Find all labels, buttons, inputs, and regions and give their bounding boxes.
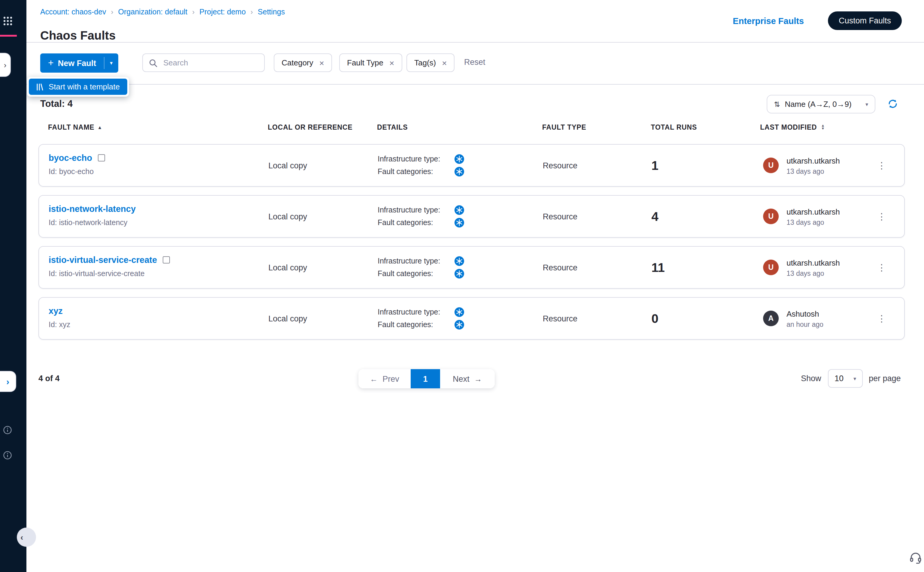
custom-faults-button[interactable]: Custom Faults bbox=[828, 11, 902, 30]
arrow-left-icon: ← bbox=[370, 374, 378, 383]
refresh-button[interactable] bbox=[887, 98, 898, 109]
close-icon[interactable]: × bbox=[442, 59, 447, 67]
modified-info: utkarsh.utkarsh 13 days ago bbox=[787, 207, 840, 226]
avatar: A bbox=[763, 311, 779, 326]
show-label: Show bbox=[801, 374, 821, 383]
sort-dropdown[interactable]: ⇅ Name (A→Z, 0→9) ▾ bbox=[767, 95, 875, 113]
fault-categories-label: Fault categories: bbox=[378, 320, 433, 329]
sidebar-collapse-handle[interactable]: ‹ bbox=[17, 528, 36, 547]
row-menu-button[interactable]: ⋮ bbox=[877, 262, 886, 273]
chevron-right-icon: › bbox=[192, 8, 194, 16]
filter-label: Category bbox=[282, 58, 313, 67]
menu-item-label: Start with a template bbox=[49, 82, 120, 91]
last-modified-cell: U utkarsh.utkarsh 13 days ago bbox=[763, 207, 840, 226]
page-header: Account: chaos-dev › Organization: defau… bbox=[26, 0, 924, 43]
modified-info: Ashutosh an hour ago bbox=[787, 309, 823, 328]
column-last-modified[interactable]: LAST MODIFIED ▲▼ bbox=[760, 124, 825, 131]
experiment-badge-icon bbox=[98, 154, 105, 162]
sort-label: Name (A→Z, 0→9) bbox=[785, 99, 861, 109]
column-details: DETAILS bbox=[377, 124, 408, 131]
new-fault-dropdown-toggle[interactable]: ▾ bbox=[104, 53, 118, 73]
total-runs-value: 4 bbox=[652, 209, 658, 224]
fault-name-link[interactable]: byoc-echo bbox=[49, 153, 92, 163]
table-row: istio-network-latency Id: istio-network-… bbox=[39, 195, 905, 238]
chevron-down-icon: ▾ bbox=[854, 375, 856, 381]
support-button[interactable] bbox=[909, 551, 922, 564]
column-label: LAST MODIFIED bbox=[760, 124, 817, 131]
chevron-right-icon: › bbox=[111, 8, 114, 16]
local-or-reference-value: Local copy bbox=[268, 263, 307, 272]
table-row: xyz Id: xyz Local copy Infrastructure ty… bbox=[39, 297, 905, 340]
prev-label: Prev bbox=[383, 374, 399, 383]
modified-info: utkarsh.utkarsh 13 days ago bbox=[787, 156, 840, 175]
fault-type-value: Resource bbox=[543, 263, 577, 272]
enterprise-faults-link[interactable]: Enterprise Faults bbox=[733, 16, 804, 26]
modified-time: 13 days ago bbox=[787, 269, 840, 277]
page-title: Chaos Faults bbox=[40, 29, 115, 43]
refresh-icon bbox=[887, 98, 898, 109]
filter-label: Fault Type bbox=[347, 58, 383, 67]
local-or-reference-value: Local copy bbox=[268, 314, 307, 323]
column-fault-name[interactable]: FAULT NAME ▲ bbox=[48, 124, 103, 131]
new-fault-button[interactable]: + New Fault bbox=[40, 53, 104, 73]
page-1-button[interactable]: 1 bbox=[411, 369, 440, 389]
help-button[interactable] bbox=[2, 425, 12, 435]
table-row: byoc-echo Id: byoc-echo Local copy Infra… bbox=[39, 144, 905, 187]
modified-time: 13 days ago bbox=[787, 168, 840, 175]
details-cell: Infrastructure type: Fault categories: bbox=[378, 204, 510, 228]
next-page-button[interactable]: Next → bbox=[440, 369, 495, 389]
column-label: DETAILS bbox=[377, 124, 408, 131]
fault-type-value: Resource bbox=[543, 212, 577, 221]
sidebar-expand-button-lower[interactable]: › bbox=[0, 371, 16, 392]
fault-name-link[interactable]: xyz bbox=[49, 306, 63, 316]
details-cell: Infrastructure type: Fault categories: bbox=[378, 255, 510, 280]
close-icon[interactable]: × bbox=[389, 59, 394, 67]
column-local-or-reference: LOCAL OR REFERENCE bbox=[268, 124, 352, 131]
search-input[interactable] bbox=[162, 58, 258, 68]
row-menu-button[interactable]: ⋮ bbox=[877, 160, 886, 171]
local-or-reference-value: Local copy bbox=[268, 161, 307, 170]
kubernetes-icon bbox=[454, 307, 464, 317]
column-fault-type: FAULT TYPE bbox=[542, 124, 586, 131]
modified-time: 13 days ago bbox=[787, 219, 840, 226]
breadcrumb-account-link[interactable]: Account: chaos-dev bbox=[40, 8, 106, 16]
nav-sidebar: › › bbox=[0, 0, 26, 572]
experiment-badge-icon bbox=[162, 256, 170, 264]
start-with-template-menu-item[interactable]: Start with a template bbox=[29, 79, 127, 95]
chevron-down-icon: ▾ bbox=[865, 101, 868, 107]
row-menu-button[interactable]: ⋮ bbox=[877, 313, 886, 324]
column-label: LOCAL OR REFERENCE bbox=[268, 124, 352, 131]
fault-type-value: Resource bbox=[543, 314, 577, 323]
fault-name-link[interactable]: istio-network-latency bbox=[49, 204, 136, 214]
toolbar: + New Fault ▾ Category × Fault Type bbox=[26, 43, 924, 85]
sort-ascending-icon: ▲ bbox=[98, 124, 103, 130]
about-button[interactable] bbox=[2, 450, 12, 460]
sort-both-icon: ▲▼ bbox=[821, 124, 825, 131]
column-total-runs: TOTAL RUNS bbox=[651, 124, 697, 131]
close-icon[interactable]: × bbox=[319, 59, 324, 67]
per-page-select[interactable]: 10 ▾ bbox=[828, 369, 863, 388]
breadcrumb-settings-link[interactable]: Settings bbox=[258, 8, 285, 16]
sidebar-expand-button[interactable]: › bbox=[0, 53, 11, 77]
kubernetes-icon bbox=[454, 166, 464, 176]
fault-name-link[interactable]: istio-virtual-service-create bbox=[49, 255, 157, 265]
fault-categories-label: Fault categories: bbox=[378, 269, 433, 278]
per-page-value: 10 bbox=[835, 374, 843, 383]
prev-page-button[interactable]: ← Prev bbox=[358, 369, 411, 389]
app-launcher-button[interactable] bbox=[1, 14, 14, 28]
filter-tags[interactable]: Tag(s) × bbox=[406, 53, 455, 72]
filter-category[interactable]: Category × bbox=[274, 53, 332, 72]
fault-rows: byoc-echo Id: byoc-echo Local copy Infra… bbox=[39, 144, 905, 348]
next-label: Next bbox=[453, 374, 470, 383]
kubernetes-icon bbox=[454, 269, 464, 278]
grid-icon bbox=[3, 16, 12, 26]
reset-filters-link[interactable]: Reset bbox=[464, 58, 485, 67]
table-row: istio-virtual-service-create Id: istio-v… bbox=[39, 246, 905, 289]
filter-fault-type[interactable]: Fault Type × bbox=[339, 53, 402, 72]
breadcrumb-organization-link[interactable]: Organization: default bbox=[118, 8, 188, 16]
active-module-indicator bbox=[0, 35, 17, 37]
headset-icon bbox=[909, 551, 922, 564]
breadcrumb-project-link[interactable]: Project: demo bbox=[199, 8, 246, 16]
row-menu-button[interactable]: ⋮ bbox=[877, 211, 886, 222]
kubernetes-icon bbox=[454, 320, 464, 329]
